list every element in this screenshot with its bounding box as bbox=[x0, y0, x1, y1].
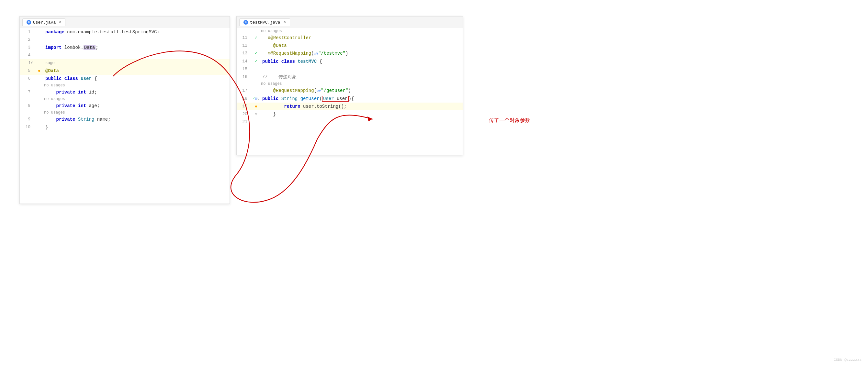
right-code-area: no usages 11 ✓ ⊖@RestController 12 @Data… bbox=[237, 28, 463, 126]
line-content-9: private String name; bbox=[44, 115, 229, 123]
right-tab-bar: C testMVC.java × bbox=[237, 16, 463, 28]
gutter-5b: ● bbox=[34, 67, 44, 75]
line-content-7: private int id; bbox=[44, 88, 229, 96]
gutter-19: ● bbox=[251, 103, 261, 110]
no-usages-8: no usages bbox=[20, 96, 229, 102]
user-java-tab[interactable]: C User.java × bbox=[22, 19, 65, 26]
code-line-18: 18 ✓@▽ public String getUser(User user){ bbox=[237, 95, 463, 103]
line-number-6: 6 bbox=[20, 75, 34, 82]
line-usage-label: sage bbox=[44, 59, 229, 67]
code-line-6: 6 public class User { bbox=[20, 75, 229, 82]
right-editor-panel: C testMVC.java × no usages 11 ✓ ⊖@RestCo… bbox=[236, 16, 463, 155]
line-number-17: 17 bbox=[237, 87, 251, 95]
line-number-21: 21 bbox=[237, 118, 251, 126]
no-usages-9: no usages bbox=[20, 110, 229, 115]
left-code-area: 1 package com.example.testall.testSpring… bbox=[20, 28, 229, 131]
gutter-20: ▽ bbox=[251, 110, 261, 118]
line-number-2: 2 bbox=[20, 36, 34, 44]
no-usages-17: no usages bbox=[237, 81, 463, 87]
line-number-3: 3 bbox=[20, 44, 34, 52]
line-number-5: 5 bbox=[20, 67, 34, 75]
line-content-11: ⊖@RestController bbox=[261, 34, 463, 42]
line-number-12: 12 bbox=[237, 42, 251, 49]
line-number-7: 7 bbox=[20, 88, 34, 96]
line-number-4: 4 bbox=[20, 52, 34, 59]
gutter-14: ✓ bbox=[251, 58, 261, 65]
line-number-1: 1 bbox=[20, 28, 34, 36]
code-line-12: 12 @Data bbox=[237, 42, 463, 49]
annotation-label: 传了一个对象参数 bbox=[489, 117, 530, 124]
line-content-4 bbox=[44, 52, 229, 59]
code-line-5-group: 1⚡ sage 5 ● @Data bbox=[20, 59, 229, 75]
code-line-2: 2 bbox=[20, 36, 229, 44]
code-line-5: 5 ● @Data bbox=[20, 67, 229, 75]
line-content-14: public class testMVC { bbox=[261, 58, 463, 65]
gutter-11: ✓ bbox=[251, 34, 261, 42]
tab-icon-c: C bbox=[27, 20, 31, 25]
line-number-14: 14 bbox=[237, 58, 251, 65]
line-number-20: 20 bbox=[237, 110, 251, 118]
line-content-18: public String getUser(User user){ bbox=[261, 95, 463, 103]
line-content-20: } bbox=[261, 110, 463, 118]
code-line-3: 3 import lombok.Data; bbox=[20, 44, 229, 52]
line-content-17: @RequestMapping(⊙∨"/getuser") bbox=[261, 87, 463, 95]
code-line-5-usage: 1⚡ sage bbox=[20, 59, 229, 67]
code-line-20: 20 ▽ } bbox=[237, 110, 463, 118]
line-number-13: 13 bbox=[237, 49, 251, 57]
code-line-13: 13 ✓ ⊖@RequestMapping(⊙∨"/testmvc") bbox=[237, 49, 463, 58]
code-line-16: 16 // 传递对象 bbox=[237, 73, 463, 81]
tab-label-right: testMVC.java bbox=[250, 20, 280, 25]
line-content-13: ⊖@RequestMapping(⊙∨"/testmvc") bbox=[261, 49, 463, 58]
line-number-9: 9 bbox=[20, 115, 34, 123]
line-number-5-empty: 1⚡ bbox=[20, 59, 34, 67]
line-content-15 bbox=[261, 65, 463, 73]
line-number-16: 16 bbox=[237, 73, 251, 81]
code-line-17: 17 @RequestMapping(⊙∨"/getuser") bbox=[237, 87, 463, 95]
tab-close-button-right[interactable]: × bbox=[284, 20, 286, 25]
code-line-7: 7 private int id; bbox=[20, 88, 229, 96]
code-line-7-group: no usages 7 private int id; bbox=[20, 82, 229, 96]
line-content-1: package com.example.testall.testSpringMV… bbox=[44, 28, 229, 36]
line-number-10: 10 bbox=[20, 123, 34, 131]
testmvc-java-tab[interactable]: C testMVC.java × bbox=[239, 19, 290, 26]
line-content-12: @Data bbox=[261, 42, 463, 49]
code-line-21: 21 bbox=[237, 118, 463, 126]
line-content-8: private int age; bbox=[44, 102, 229, 110]
line-content-5: @Data bbox=[44, 67, 229, 75]
code-line-9: 9 private String name; bbox=[20, 115, 229, 123]
tab-close-button[interactable]: × bbox=[59, 20, 61, 25]
left-editor-panel: C User.java × 1 package com.example.test… bbox=[20, 16, 230, 204]
line-content-3: import lombok.Data; bbox=[44, 44, 229, 52]
line-content-6: public class User { bbox=[44, 75, 229, 82]
line-content-2 bbox=[44, 36, 229, 44]
watermark: CSDN @zzzzzzz bbox=[834, 358, 862, 362]
line-content-21 bbox=[261, 118, 463, 126]
gutter-13: ✓ bbox=[251, 49, 261, 57]
code-line-1: 1 package com.example.testall.testSpring… bbox=[20, 28, 229, 36]
code-line-15: 15 bbox=[237, 65, 463, 73]
code-line-14: 14 ✓ public class testMVC { bbox=[237, 58, 463, 65]
line-number-15: 15 bbox=[237, 65, 251, 73]
code-line-4: 4 bbox=[20, 52, 229, 59]
line-number-18: 18 bbox=[237, 95, 251, 103]
tab-icon-c2: C bbox=[244, 20, 248, 25]
left-tab-bar: C User.java × bbox=[20, 16, 229, 28]
code-line-11: 11 ✓ ⊖@RestController bbox=[237, 34, 463, 42]
code-line-19: 19 ● return user.toString(); bbox=[237, 103, 463, 110]
line-number-11: 11 bbox=[237, 34, 251, 42]
code-line-8: 8 private int age; bbox=[20, 102, 229, 110]
no-usages-7: no usages bbox=[20, 82, 229, 88]
line-number-8: 8 bbox=[20, 102, 34, 110]
tab-label: User.java bbox=[33, 20, 56, 25]
code-line-9-group: no usages 9 private String name; bbox=[20, 110, 229, 123]
gutter-18: ✓@▽ bbox=[251, 95, 261, 103]
line-number-19: 19 bbox=[237, 103, 251, 110]
code-line-10: 10 } bbox=[20, 123, 229, 131]
line-content-10: } bbox=[44, 123, 229, 131]
line-content-19: return user.toString(); bbox=[261, 103, 463, 110]
no-usages-top: no usages bbox=[237, 28, 463, 34]
line-content-16: // 传递对象 bbox=[261, 73, 463, 81]
code-line-8-group: no usages 8 private int age; bbox=[20, 96, 229, 110]
code-line-17-group: no usages 17 @RequestMapping(⊙∨"/getuser… bbox=[237, 81, 463, 95]
